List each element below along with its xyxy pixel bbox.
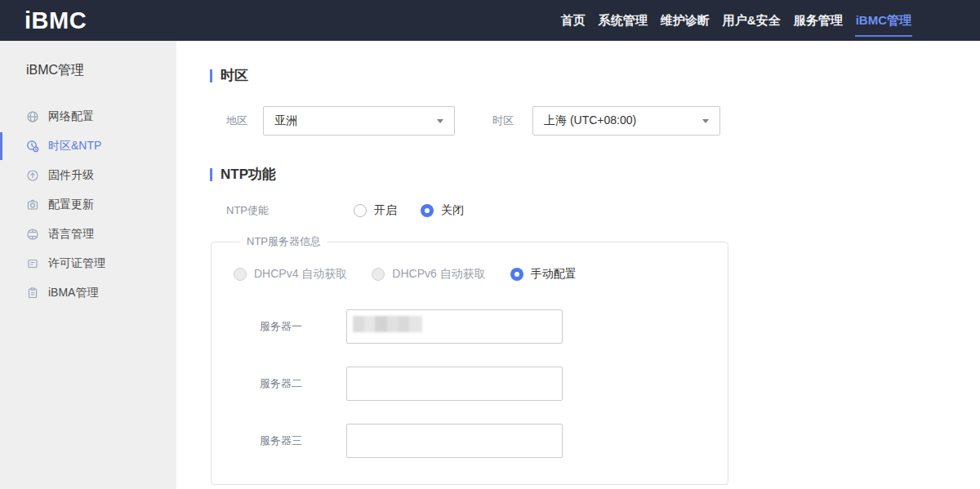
sidebar-item-firmware-upgrade[interactable]: 固件升级 (0, 161, 176, 190)
config-update-icon (25, 198, 39, 212)
timezone-select[interactable]: 上海 (UTC+08:00) (532, 106, 720, 136)
sidebar-item-label: 时区&NTP (48, 139, 101, 153)
ntp-section: NTP功能 NTP使能 开启 关闭 NTP服务器信息 DHC (210, 165, 980, 485)
ntp-enable-label: NTP使能 (226, 203, 354, 218)
ntp-mode-row: DHCPv4 自动获取 DHCPv6 自动获取 手动配置 (234, 267, 728, 282)
nav-item-maintenance[interactable]: 维护诊断 (660, 0, 710, 41)
server-three-label: 服务器三 (260, 433, 346, 448)
chevron-down-icon (702, 119, 709, 123)
timezone-form-row: 地区 亚洲 时区 上海 (UTC+08:00) (210, 106, 980, 136)
ntp-enable-on-radio[interactable]: 开启 (354, 203, 397, 218)
dhcpv4-auto-radio[interactable]: DHCPv4 自动获取 (234, 267, 347, 282)
main-content: 时区 地区 亚洲 时区 上海 (UTC+08:00) NTP功能 (176, 41, 980, 489)
nav-item-system[interactable]: 系统管理 (598, 0, 648, 41)
radio-unchecked-icon (354, 204, 367, 217)
language-icon (25, 228, 39, 242)
sidebar: iBMC管理 网络配置 时区&NTP (0, 41, 176, 489)
chevron-down-icon (437, 119, 443, 123)
ntp-server-group-legend: NTP服务器信息 (240, 234, 327, 249)
sidebar-item-label: iBMA管理 (48, 286, 98, 300)
firmware-upgrade-icon (25, 169, 39, 183)
top-bar: iBMC 首页 系统管理 维护诊断 用户&安全 服务管理 iBMC管理 (0, 0, 980, 41)
title-accent-bar (210, 69, 212, 82)
title-accent-bar (210, 168, 212, 181)
nav-item-ibmc-management[interactable]: iBMC管理 (855, 0, 912, 41)
timezone-label: 时区 (492, 113, 532, 128)
server-three-row: 服务器三 (234, 424, 728, 458)
ntp-enable-off-radio[interactable]: 关闭 (421, 203, 464, 218)
network-icon (25, 110, 39, 124)
radio-disabled-icon (372, 268, 385, 281)
server-two-label: 服务器二 (260, 376, 346, 391)
sidebar-item-label: 网络配置 (48, 109, 94, 124)
server-one-input-wrap (346, 309, 563, 344)
top-navigation: 首页 系统管理 维护诊断 用户&安全 服务管理 iBMC管理 (560, 0, 912, 41)
server-one-input[interactable] (346, 309, 563, 344)
radio-checked-icon (510, 268, 523, 281)
region-label: 地区 (226, 113, 263, 128)
server-three-input-wrap (346, 424, 563, 458)
ibmc-page: iBMC 首页 系统管理 维护诊断 用户&安全 服务管理 iBMC管理 iBMC… (0, 0, 980, 489)
server-two-row: 服务器二 (234, 367, 728, 401)
license-icon (25, 257, 39, 271)
server-three-input[interactable] (346, 424, 563, 458)
ntp-server-group: NTP服务器信息 DHCPv4 自动获取 DHCPv6 自动获取 手动配置 (211, 234, 728, 485)
sidebar-item-config-update[interactable]: 配置更新 (0, 190, 176, 220)
ntp-section-title: NTP功能 (210, 165, 980, 184)
timezone-clock-icon (25, 140, 39, 153)
sidebar-menu: 网络配置 时区&NTP 固件升级 (0, 102, 176, 308)
ntp-enable-row: NTP使能 开启 关闭 (210, 203, 980, 218)
ibma-clipboard-icon (25, 287, 39, 300)
server-two-input[interactable] (346, 367, 563, 401)
sidebar-item-license[interactable]: 许可证管理 (0, 249, 176, 278)
radio-disabled-icon (234, 268, 247, 281)
sidebar-item-label: 配置更新 (48, 198, 94, 212)
dhcpv6-auto-radio[interactable]: DHCPv6 自动获取 (372, 267, 485, 282)
sidebar-item-timezone-ntp[interactable]: 时区&NTP (0, 131, 176, 161)
nav-item-user-security[interactable]: 用户&安全 (722, 0, 782, 41)
nav-item-service[interactable]: 服务管理 (793, 0, 844, 41)
sidebar-item-language[interactable]: 语言管理 (0, 220, 176, 249)
server-two-input-wrap (346, 367, 563, 401)
timezone-section: 时区 地区 亚洲 时区 上海 (UTC+08:00) (210, 41, 980, 136)
server-one-row: 服务器一 (234, 309, 728, 344)
ibmc-logo: iBMC (24, 7, 87, 34)
sidebar-item-network-config[interactable]: 网络配置 (0, 102, 176, 131)
server-one-label: 服务器一 (260, 319, 346, 334)
sidebar-title: iBMC管理 (26, 62, 176, 78)
manual-config-radio[interactable]: 手动配置 (510, 267, 577, 282)
region-select[interactable]: 亚洲 (263, 106, 455, 136)
sidebar-item-ibma[interactable]: iBMA管理 (0, 278, 176, 308)
radio-checked-icon (421, 204, 434, 217)
region-select-value: 亚洲 (274, 113, 297, 128)
nav-item-home[interactable]: 首页 (560, 0, 586, 41)
timezone-select-value: 上海 (UTC+08:00) (544, 113, 636, 128)
sidebar-item-label: 许可证管理 (48, 256, 105, 271)
timezone-section-title: 时区 (210, 41, 980, 85)
sidebar-item-label: 固件升级 (48, 168, 94, 183)
sidebar-item-label: 语言管理 (48, 227, 94, 242)
